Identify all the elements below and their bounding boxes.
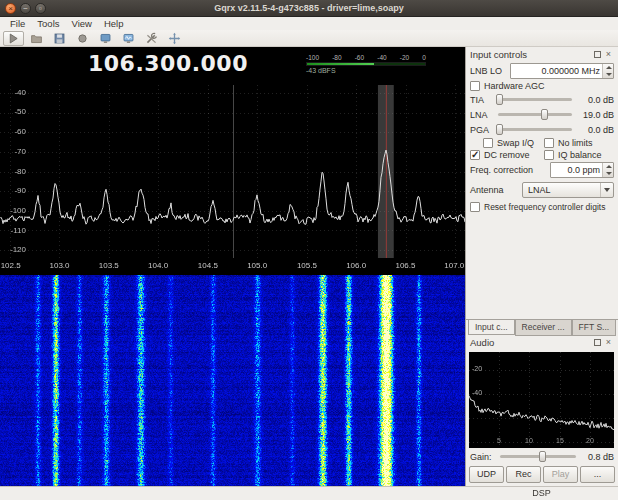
reset-digits-checkbox[interactable]: [470, 202, 480, 212]
audio-db-tick: -40: [472, 389, 482, 396]
frequency-display[interactable]: 106.300.000: [88, 51, 248, 76]
tab-input-controls[interactable]: Input c...: [468, 320, 515, 335]
iq-balance-checkbox-item[interactable]: IQ balance: [544, 150, 602, 160]
signal-strength-meter: -100 -80 -60 -40 -20 0 -43 dBFS: [306, 54, 426, 74]
minimize-button[interactable]: −: [20, 3, 31, 14]
freq-correction-value[interactable]: 0.0 ppm: [551, 163, 602, 177]
lna-label: LNA: [470, 110, 494, 120]
lna-value: 19.0 dB: [576, 110, 614, 120]
tools-button[interactable]: [141, 31, 162, 46]
record-button[interactable]: [72, 31, 93, 46]
dock-float-button[interactable]: [592, 49, 603, 60]
no-limits-checkbox[interactable]: [544, 138, 554, 148]
lna-slider-handle[interactable]: [541, 109, 548, 120]
menu-view[interactable]: View: [66, 18, 98, 29]
iq-balance-label: IQ balance: [558, 150, 602, 160]
move-cross-icon: [168, 32, 181, 45]
dc-remove-checkbox[interactable]: [470, 150, 480, 160]
iq-monitor-2-button[interactable]: [118, 31, 139, 46]
tab-receiver-options[interactable]: Receiver ...: [515, 320, 572, 336]
float-icon: [594, 339, 601, 346]
hardware-agc-checkbox-item[interactable]: Hardware AGC: [470, 81, 545, 91]
freq-tick: 105.0: [247, 261, 267, 270]
audio-fft-plot[interactable]: [469, 352, 614, 448]
dock-tabbar: Input c... Receiver ... FFT S...: [466, 319, 618, 335]
freq-tick: 103.0: [50, 261, 70, 270]
dock-float-button[interactable]: [592, 337, 603, 348]
folder-icon: [30, 32, 43, 45]
pga-slider-handle[interactable]: [496, 124, 503, 135]
tia-slider[interactable]: [498, 93, 572, 106]
spectrum-panel: 106.300.000 -100 -80 -60 -40 -20 0 -43 d…: [0, 47, 465, 486]
lnb-lo-spinbox[interactable]: 0.000000 MHz: [510, 63, 614, 79]
meter-tick: -60: [355, 54, 364, 61]
play-button[interactable]: Play: [543, 466, 578, 483]
meter-bar: [306, 62, 426, 66]
menu-help[interactable]: Help: [98, 18, 130, 29]
chevron-down-icon: [600, 183, 613, 197]
db-tick: -40: [2, 89, 26, 97]
db-tick: -110: [2, 227, 26, 235]
spin-down-button[interactable]: [603, 170, 613, 177]
antenna-combobox[interactable]: LNAL: [522, 182, 614, 198]
tia-slider-handle[interactable]: [496, 94, 503, 105]
reset-digits-checkbox-item[interactable]: Reset frequency controller digits: [470, 202, 605, 212]
hardware-agc-row: Hardware AGC: [470, 81, 614, 91]
rec-button[interactable]: Rec: [506, 466, 541, 483]
close-button[interactable]: ×: [5, 3, 16, 14]
meter-tick: -80: [332, 54, 341, 61]
spin-down-button[interactable]: [603, 71, 613, 78]
save-button[interactable]: [49, 31, 70, 46]
fft-plot[interactable]: [0, 85, 465, 258]
audio-gain-slider-handle[interactable]: [539, 451, 546, 462]
window-controls: × − ▫: [5, 3, 46, 14]
iq-balance-checkbox[interactable]: [544, 150, 554, 160]
menu-tools[interactable]: Tools: [31, 18, 65, 29]
dsp-status: DSP: [465, 488, 618, 498]
swap-iq-checkbox[interactable]: [483, 138, 493, 148]
main-area: 106.300.000 -100 -80 -60 -40 -20 0 -43 d…: [0, 47, 618, 486]
menu-file[interactable]: File: [4, 18, 31, 29]
db-tick: -50: [2, 108, 26, 116]
swap-iq-checkbox-item[interactable]: Swap I/Q: [470, 138, 544, 148]
tia-gain-row: TIA 0.0 dB: [470, 93, 614, 106]
start-dsp-button[interactable]: [3, 31, 24, 46]
iq-monitor-button[interactable]: [95, 31, 116, 46]
tab-fft-settings[interactable]: FFT S...: [572, 320, 617, 336]
window-title: Gqrx v2.11.5-4-g473c885 - driver=lime,so…: [0, 3, 618, 13]
dock-panel: Input controls × LNB LO 0.000000 MHz Har…: [465, 47, 618, 486]
audio-gain-slider[interactable]: [500, 450, 576, 463]
spin-up-button[interactable]: [603, 64, 613, 71]
dock-close-button[interactable]: ×: [603, 337, 614, 348]
lnb-lo-label: LNB LO: [470, 66, 510, 76]
lnb-lo-value[interactable]: 0.000000 MHz: [511, 64, 602, 78]
maximize-button[interactable]: ▫: [35, 3, 46, 14]
freq-tick: 104.0: [148, 261, 168, 270]
spin-buttons: [602, 163, 613, 177]
more-button[interactable]: ...: [580, 466, 615, 483]
monitor-wave-icon: [122, 32, 135, 45]
titlebar[interactable]: × − ▫ Gqrx v2.11.5-4-g473c885 - driver=l…: [0, 0, 618, 17]
freq-tick: 103.5: [99, 261, 119, 270]
no-limits-checkbox-item[interactable]: No limits: [544, 138, 593, 148]
lna-slider[interactable]: [498, 108, 572, 121]
spin-up-button[interactable]: [603, 163, 613, 170]
pga-slider[interactable]: [498, 123, 572, 136]
udp-button[interactable]: UDP: [469, 466, 504, 483]
freq-tick: 102.5: [1, 261, 21, 270]
dc-remove-checkbox-item[interactable]: DC remove: [470, 150, 544, 160]
meter-scale: -100 -80 -60 -40 -20 0: [306, 54, 426, 61]
meter-tick: -20: [400, 54, 409, 61]
dock-close-button[interactable]: ×: [603, 49, 614, 60]
dc-remove-row: DC remove IQ balance: [470, 150, 614, 160]
pan-button[interactable]: [164, 31, 185, 46]
freq-tick: 104.5: [198, 261, 218, 270]
freq-correction-spinbox[interactable]: 0.0 ppm: [550, 162, 614, 178]
dc-remove-label: DC remove: [484, 150, 530, 160]
waterfall[interactable]: [0, 275, 465, 486]
reset-digits-row: Reset frequency controller digits: [470, 202, 614, 212]
hardware-agc-checkbox[interactable]: [470, 81, 480, 91]
lna-gain-row: LNA 19.0 dB: [470, 108, 614, 121]
audio-title: Audio: [470, 337, 592, 348]
open-file-button[interactable]: [26, 31, 47, 46]
